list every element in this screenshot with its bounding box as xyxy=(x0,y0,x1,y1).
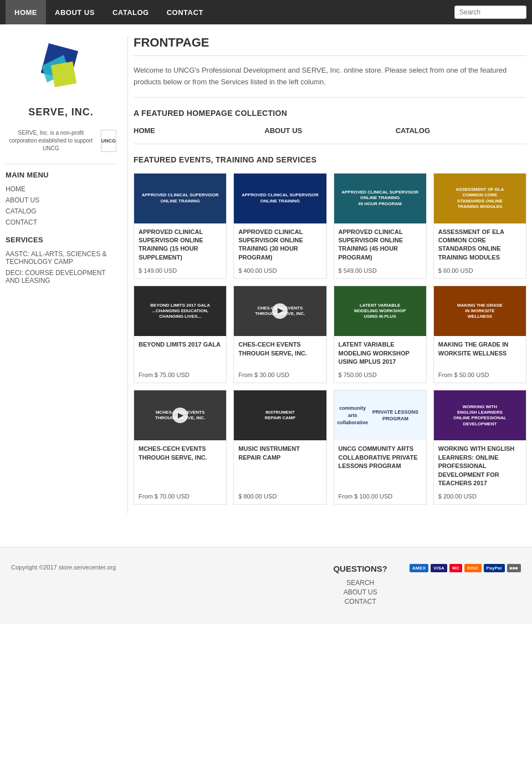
breadcrumb-home[interactable]: HOME xyxy=(134,126,264,135)
search-input[interactable] xyxy=(454,6,526,19)
breadcrumb-about[interactable]: ABOUT US xyxy=(264,126,395,135)
main-container: SERVE, INC. SERVE, Inc. is a non-profit … xyxy=(0,24,532,525)
sidebar-tagline: SERVE, Inc. is a non-profit corporation … xyxy=(6,129,116,152)
amex-icon: AMEX xyxy=(410,564,428,572)
footer-questions: QUESTIONS? SEARCH ABOUT US CONTACT xyxy=(333,564,387,607)
product-card-2[interactable]: APPROVED CLINICAL SUPERVISORONLINE TRAIN… xyxy=(334,173,427,279)
product-image-11: WORKING WITHENGLISH LEARNERSONLINE PROFE… xyxy=(434,390,526,440)
product-card-4[interactable]: BEYOND LIMITS 2017 GALA...CHANGING EDUCA… xyxy=(134,286,227,383)
product-image-1: APPROVED CLINICAL SUPERVISORONLINE TRAIN… xyxy=(234,174,326,223)
product-price-2: $ 549.00 USD xyxy=(339,267,422,274)
product-image-5: CHES-CECH EVENTSTHROUGH SERVE, INC. ▶ xyxy=(234,286,326,336)
nav-about[interactable]: ABOUT US xyxy=(46,0,104,24)
main-menu: MAIN MENU HOME ABOUT US CATALOG CONTACT xyxy=(6,171,116,228)
product-name-11: WORKING WITH ENGLISH LEARNERS: ONLINE PR… xyxy=(438,445,521,487)
product-name-3: ASSESSMENT OF ELA COMMON CORE STANDARDS … xyxy=(438,228,521,262)
logo-container: SERVE, INC. xyxy=(6,35,116,118)
product-info-0: APPROVED CLINICAL SUPERVISOR ONLINE TRAI… xyxy=(134,223,226,279)
product-price-0: $ 149.00 USD xyxy=(139,267,222,274)
product-name-8: MCHES-CECH EVENTS THROUGH SERVE, INC. xyxy=(139,445,222,487)
other-payment-icon: ■■■ xyxy=(507,564,521,572)
search-container xyxy=(454,6,526,19)
product-image-7: MAKING THE GRADEIN WORKSITEWELLNESS xyxy=(434,286,526,336)
sidebar-divider xyxy=(6,164,116,164)
uncg-logo: UNCG xyxy=(101,130,117,152)
sidebar-deci[interactable]: DECI: COURSE DEVELOPMENT AND LEASING xyxy=(6,267,116,286)
product-price-5: From $ 30.00 USD xyxy=(238,372,321,378)
play-button-icon: ▶ xyxy=(272,303,288,319)
tagline-text: SERVE, Inc. is a non-profit corporation … xyxy=(6,129,96,152)
product-name-6: LATENT VARIABLE MODELING WORKSHOP USING … xyxy=(339,340,422,366)
discover-icon: DISC xyxy=(464,564,481,572)
footer: Copyright ©2017 store.servecenter.org QU… xyxy=(0,547,532,624)
product-name-7: MAKING THE GRADE IN WORKSITE WELLNESS xyxy=(438,340,521,366)
featured-title: FEATURED EVENTS, TRAINING AND SERVICES xyxy=(134,155,526,164)
services-title: SERVICES xyxy=(6,236,116,244)
product-info-8: MCHES-CECH EVENTS THROUGH SERVE, INC. Fr… xyxy=(134,440,226,504)
sidebar-catalog[interactable]: CATALOG xyxy=(6,206,116,217)
mastercard-icon: MC xyxy=(449,564,462,572)
product-card-9[interactable]: INSTRUMENTREPAIR CAMP MUSIC INSTRUMENT R… xyxy=(233,390,326,505)
product-image-9: INSTRUMENTREPAIR CAMP xyxy=(234,390,326,440)
page-title: FRONTPAGE xyxy=(134,35,526,56)
product-card-7[interactable]: MAKING THE GRADEIN WORKSITEWELLNESS MAKI… xyxy=(433,286,526,383)
footer-contact-link[interactable]: CONTACT xyxy=(333,598,387,606)
product-price-8: From $ 70.00 USD xyxy=(139,493,222,500)
product-price-7: From $ 50.00 USD xyxy=(438,372,521,378)
collection-title: A FEATURED HOMEPAGE COLLECTION xyxy=(134,109,526,118)
product-card-8[interactable]: MCHES-CECH EVENTSTHROUGH SERVE, INC. ▶ M… xyxy=(134,390,227,505)
product-price-9: $ 800.00 USD xyxy=(238,493,321,500)
product-image-4: BEYOND LIMITS 2017 GALA...CHANGING EDUCA… xyxy=(134,286,226,336)
product-card-1[interactable]: APPROVED CLINICAL SUPERVISORONLINE TRAIN… xyxy=(233,173,326,279)
footer-search-link[interactable]: SEARCH xyxy=(333,579,387,587)
services-menu: SERVICES AASTC: ALL-ARTS, SCIENCES & TEC… xyxy=(6,236,116,286)
footer-questions-title: QUESTIONS? xyxy=(333,564,387,573)
nav-contact[interactable]: CONTACT xyxy=(158,0,212,24)
sidebar: SERVE, INC. SERVE, Inc. is a non-profit … xyxy=(6,35,127,513)
product-info-6: LATENT VARIABLE MODELING WORKSHOP USING … xyxy=(334,336,426,383)
nav-catalog[interactable]: CATALOG xyxy=(104,0,158,24)
breadcrumb-row: HOME ABOUT US CATALOG xyxy=(134,126,526,144)
sidebar-aastc[interactable]: AASTC: ALL-ARTS, SCIENCES & TECHNOLOGY C… xyxy=(6,248,116,267)
product-grid: APPROVED CLINICAL SUPERVISORONLINE TRAIN… xyxy=(134,173,526,505)
footer-about-link[interactable]: ABOUT US xyxy=(333,588,387,596)
product-card-10[interactable]: communityarts collaborativePRIVATE LESSO… xyxy=(334,390,427,505)
product-image-0: APPROVED CLINICAL SUPERVISORONLINE TRAIN… xyxy=(134,174,226,223)
product-card-11[interactable]: WORKING WITHENGLISH LEARNERSONLINE PROFE… xyxy=(433,390,526,505)
product-image-6: LATENT VARIABLEMODELING WORKSHOPUSING M-… xyxy=(334,286,426,336)
intro-text: Welcome to UNCG's Professional Developme… xyxy=(134,65,526,98)
product-info-11: WORKING WITH ENGLISH LEARNERS: ONLINE PR… xyxy=(434,440,526,504)
product-card-5[interactable]: CHES-CECH EVENTSTHROUGH SERVE, INC. ▶ CH… xyxy=(233,286,326,383)
product-image-8: MCHES-CECH EVENTSTHROUGH SERVE, INC. ▶ xyxy=(134,390,226,440)
logo-text: SERVE, INC. xyxy=(28,106,94,118)
product-info-1: APPROVED CLINICAL SUPERVISOR ONLINE TRAI… xyxy=(234,223,326,279)
product-name-5: CHES-CECH EVENTS THROUGH SERVE, INC. xyxy=(238,340,321,366)
product-price-10: From $ 100.00 USD xyxy=(339,493,422,500)
product-info-5: CHES-CECH EVENTS THROUGH SERVE, INC. Fro… xyxy=(234,336,326,383)
sidebar-home[interactable]: HOME xyxy=(6,184,116,195)
product-price-1: $ 400.00 USD xyxy=(238,267,321,274)
product-name-4: BEYOND LIMITS 2017 GALA xyxy=(139,340,222,366)
sidebar-contact[interactable]: CONTACT xyxy=(6,217,116,228)
footer-copyright: Copyright ©2017 store.servecenter.org xyxy=(11,564,311,571)
nav-home[interactable]: HOME xyxy=(6,0,46,24)
product-info-2: APPROVED CLINICAL SUPERVISOR ONLINE TRAI… xyxy=(334,223,426,279)
product-card-0[interactable]: APPROVED CLINICAL SUPERVISORONLINE TRAIN… xyxy=(134,173,227,279)
product-info-7: MAKING THE GRADE IN WORKSITE WELLNESS Fr… xyxy=(434,336,526,383)
product-name-2: APPROVED CLINICAL SUPERVISOR ONLINE TRAI… xyxy=(339,228,422,262)
product-card-3[interactable]: ASSESSMENT OF ELACOMMON CORESTANDARDS ON… xyxy=(433,173,526,279)
svg-rect-3 xyxy=(51,62,76,87)
product-price-6: $ 750.00 USD xyxy=(339,372,422,378)
main-content: FRONTPAGE Welcome to UNCG's Professional… xyxy=(127,35,526,513)
product-price-3: $ 60.00 USD xyxy=(438,267,521,274)
play-button-icon-2: ▶ xyxy=(172,408,188,423)
breadcrumb-catalog[interactable]: CATALOG xyxy=(396,126,526,135)
product-card-6[interactable]: LATENT VARIABLEMODELING WORKSHOPUSING M-… xyxy=(334,286,427,383)
product-name-9: MUSIC INSTRUMENT REPAIR CAMP xyxy=(238,445,321,487)
top-navigation: HOME ABOUT US CATALOG CONTACT xyxy=(0,0,532,24)
product-info-9: MUSIC INSTRUMENT REPAIR CAMP $ 800.00 US… xyxy=(234,440,326,504)
sidebar-about[interactable]: ABOUT US xyxy=(6,195,116,206)
product-price-4: From $ 75.00 USD xyxy=(139,372,222,378)
product-info-3: ASSESSMENT OF ELA COMMON CORE STANDARDS … xyxy=(434,223,526,279)
product-image-10: communityarts collaborativePRIVATE LESSO… xyxy=(334,390,426,440)
